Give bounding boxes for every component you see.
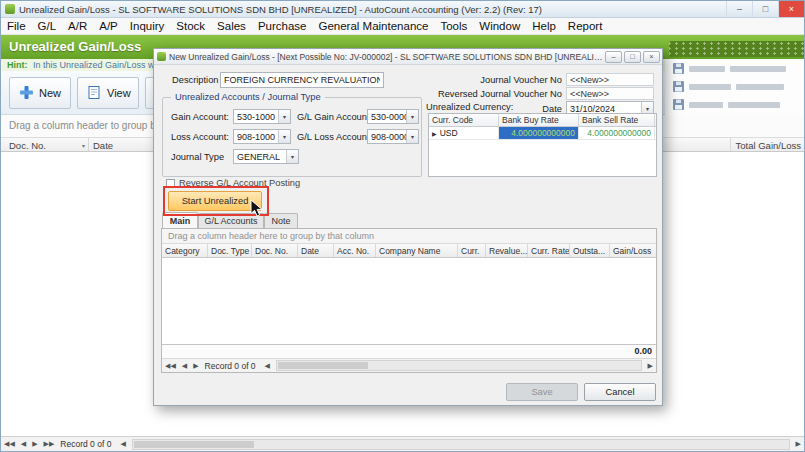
reversed-voucher-field[interactable]: <<New>> — [566, 87, 654, 100]
checkbox-icon[interactable] — [166, 179, 175, 188]
tab-main[interactable]: Main — [162, 212, 198, 228]
detail-horizontal-scrollbar[interactable] — [276, 360, 642, 371]
dialog-titlebar[interactable]: New Unrealized Gain/Loss - [Next Possibl… — [154, 49, 662, 65]
mouse-cursor — [250, 199, 263, 221]
col-outstanding[interactable]: Outsta... — [570, 244, 610, 257]
menu-general-maintenance[interactable]: General Maintenance — [312, 18, 434, 34]
column-doc-no[interactable]: ▾ Doc. No. — [5, 138, 89, 151]
start-unrealized-button[interactable]: Start Unrealized — [168, 191, 262, 211]
col-company-name[interactable]: Company Name — [376, 244, 458, 257]
journal-type-combo[interactable]: GENERAL ▾ — [233, 149, 299, 164]
menu-file[interactable]: File — [1, 18, 32, 34]
chevron-down-icon[interactable]: ▾ — [406, 110, 418, 123]
menu-ap[interactable]: A/P — [93, 18, 124, 34]
journal-voucher-field[interactable]: <<New>> — [566, 73, 654, 86]
detail-record-status: Record 0 of 0 — [205, 361, 256, 371]
col-date[interactable]: Date — [298, 244, 334, 257]
scroll-right-icon[interactable]: ▶ — [793, 440, 804, 448]
window-controls: – □ × — [726, 1, 804, 18]
col-curr-code[interactable]: Curr. Code — [429, 114, 499, 126]
reverse-posting-label: Reverse G/L Account Posting — [179, 178, 300, 188]
menu-sales[interactable]: Sales — [211, 18, 252, 34]
session-row — [673, 63, 786, 75]
currency-row-usd[interactable]: ▶USD 4.000000000000 4.000000000000 — [429, 127, 656, 140]
session-text — [736, 84, 784, 90]
gl-loss-account-combo[interactable]: 908-0000 ▾ — [367, 129, 419, 144]
currency-grid: Curr. Code Bank Buy Rate Bank Sell Rate … — [428, 113, 657, 177]
col-bank-sell-rate[interactable]: Bank Sell Rate — [579, 114, 655, 126]
nav-next-icon[interactable]: ▶ — [29, 440, 40, 448]
scrollbar-thumb[interactable] — [278, 362, 368, 369]
gl-gain-account-combo[interactable]: 530-0000 ▾ — [367, 109, 419, 124]
col-bank-buy-rate[interactable]: Bank Buy Rate — [499, 114, 579, 126]
chevron-down-icon[interactable]: ▾ — [406, 130, 418, 143]
main-record-bar: ◀◀ ◀ ▶ ▶▶ Record 0 of 0 ◀ ▶ — [1, 436, 804, 451]
reverse-posting-checkbox[interactable]: Reverse G/L Account Posting — [166, 178, 300, 188]
detail-group-panel[interactable]: Drag a column header here to group by th… — [162, 229, 656, 244]
gain-account-label: Gain Account: — [171, 112, 229, 122]
col-acc-no[interactable]: Acc. No. — [334, 244, 376, 257]
scroll-right-icon[interactable]: ▶ — [645, 362, 656, 370]
nav-prev-icon[interactable]: ◀ — [18, 440, 29, 448]
chevron-down-icon[interactable]: ▾ — [278, 110, 290, 123]
menu-window[interactable]: Window — [473, 18, 526, 34]
dialog-close-icon[interactable]: × — [643, 51, 660, 63]
chevron-down-icon[interactable]: ▾ — [278, 130, 290, 143]
loss-account-combo[interactable]: 908-1000 ▾ — [233, 129, 291, 144]
menu-purchase[interactable]: Purchase — [252, 18, 313, 34]
menu-report[interactable]: Report — [562, 18, 609, 34]
plus-icon — [19, 85, 34, 102]
nav-next-icon[interactable]: ▶ — [190, 362, 201, 370]
col-gain-loss[interactable]: Gain/Loss — [610, 244, 656, 257]
menu-help[interactable]: Help — [526, 18, 562, 34]
currency-code: USD — [440, 128, 458, 138]
close-icon[interactable]: × — [778, 1, 804, 17]
scroll-left-icon[interactable]: ◀ — [117, 440, 128, 448]
dialog-minimize-icon[interactable]: – — [605, 51, 622, 63]
col-category[interactable]: Category — [162, 244, 208, 257]
detail-grid-body[interactable] — [162, 258, 656, 344]
menu-tools[interactable]: Tools — [434, 18, 473, 34]
tab-note[interactable]: Note — [264, 213, 298, 228]
new-button-label: New — [39, 87, 61, 99]
chevron-down-icon[interactable]: ▾ — [286, 150, 298, 163]
col-curr-rate[interactable]: Curr. Rate — [528, 244, 570, 257]
nav-first-icon[interactable]: ◀◀ — [1, 440, 18, 448]
col-doc-type[interactable]: Doc. Type — [208, 244, 252, 257]
nav-last-icon[interactable]: ▶▶ — [41, 440, 58, 448]
scrollbar-thumb[interactable] — [134, 441, 254, 448]
new-button[interactable]: New — [9, 77, 71, 109]
bank-buy-rate-cell[interactable]: 4.000000000000 — [499, 127, 579, 139]
cancel-button[interactable]: Cancel — [584, 383, 656, 401]
scroll-left-icon[interactable]: ◀ — [262, 362, 273, 370]
column-total-gain-loss[interactable]: Total Gain/Loss — [730, 138, 804, 151]
filter-dropdown-icon[interactable]: ▾ — [82, 142, 85, 149]
journal-type-label: Journal Type — [171, 152, 224, 162]
horizontal-scrollbar[interactable] — [132, 439, 790, 450]
session-text — [728, 102, 780, 108]
bank-sell-rate-cell[interactable]: 4.000000000000 — [579, 127, 655, 139]
col-doc-no[interactable]: Doc. No. — [252, 244, 298, 257]
hint-label: Hint: — [7, 60, 28, 70]
description-label: Description — [172, 75, 219, 85]
nav-prev-icon[interactable]: ◀ — [179, 362, 190, 370]
description-input[interactable] — [220, 72, 384, 88]
nav-first-icon[interactable]: ◀◀ — [162, 362, 179, 370]
menu-ar[interactable]: A/R — [62, 18, 93, 34]
currency-grid-header: Curr. Code Bank Buy Rate Bank Sell Rate — [429, 114, 656, 127]
menu-gl[interactable]: G/L — [32, 18, 63, 34]
col-curr[interactable]: Curr. — [458, 244, 486, 257]
detail-grid-panel: Drag a column header here to group by th… — [161, 228, 657, 373]
menu-inquiry[interactable]: Inquiry — [124, 18, 171, 34]
window-titlebar: Unrealized Gain/Loss - SL SOFTWARE SOLUT… — [1, 1, 804, 18]
col-revalue[interactable]: Revalue... — [486, 244, 528, 257]
save-button[interactable]: Save — [506, 383, 578, 401]
gain-account-combo[interactable]: 530-1000 ▾ — [233, 109, 291, 124]
maximize-icon[interactable]: □ — [752, 1, 778, 17]
dialog-maximize-icon[interactable]: □ — [624, 51, 641, 63]
minimize-icon[interactable]: – — [726, 1, 752, 17]
detail-record-bar: ◀◀ ◀ ▶ Record 0 of 0 ◀ ▶ — [162, 358, 656, 372]
view-button[interactable]: View — [77, 77, 139, 109]
menu-stock[interactable]: Stock — [170, 18, 211, 34]
app-icon — [5, 4, 15, 14]
